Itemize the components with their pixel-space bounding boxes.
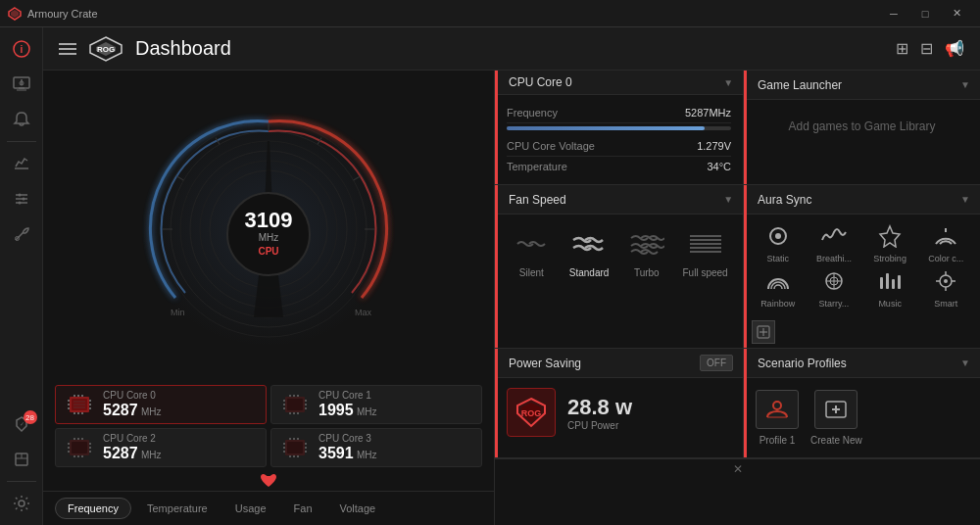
- aura-item-rainbow[interactable]: Rainbow: [752, 267, 804, 309]
- svg-rect-67: [305, 407, 307, 409]
- frequency-bar-fill: [507, 126, 705, 130]
- aura-smart-label: Smart: [934, 299, 957, 309]
- svg-rect-87: [81, 455, 83, 457]
- svg-rect-99: [289, 455, 291, 457]
- svg-text:✓: ✓: [19, 421, 24, 427]
- fan-turbo-icon: [629, 230, 664, 258]
- aura-item-smart[interactable]: Smart: [920, 267, 972, 309]
- core-0-info: CPU Core 0 5287 MHz: [103, 390, 258, 419]
- svg-rect-90: [283, 443, 285, 445]
- hamburger-menu[interactable]: [59, 43, 76, 55]
- aura-strobing-icon: [872, 222, 907, 250]
- aura-extra-icon: [752, 320, 775, 344]
- aura-static-icon: [760, 222, 796, 250]
- profile-item-1[interactable]: Profile 1: [756, 390, 799, 446]
- tab-frequency[interactable]: Frequency: [55, 498, 131, 519]
- core-item-2[interactable]: CPU Core 2 5287 MHz: [55, 428, 267, 467]
- svg-rect-117: [886, 273, 889, 289]
- power-info: 28.8 w CPU Power: [567, 395, 731, 431]
- svg-rect-68: [289, 395, 291, 397]
- fan-option-turbo[interactable]: Turbo: [625, 226, 668, 278]
- info-icon: i: [12, 39, 31, 59]
- svg-rect-95: [305, 451, 307, 453]
- core-2-info: CPU Core 2 5287 MHz: [103, 433, 258, 462]
- sidebar-item-device[interactable]: [2, 67, 41, 102]
- notifications-button[interactable]: 📢: [945, 39, 964, 58]
- sidebar-item-settings-bottom[interactable]: [2, 486, 41, 521]
- tab-fan[interactable]: Fan: [282, 499, 324, 518]
- widget-row-3: Power Saving OFF ROG: [495, 349, 980, 458]
- profile-1-label: Profile 1: [760, 435, 796, 446]
- core-1-info: CPU Core 1 1995 MHz: [318, 390, 473, 419]
- sidebar-item-badge[interactable]: ✓ 28: [2, 406, 41, 442]
- aura-grid: Static Breathi...: [744, 215, 980, 316]
- svg-rect-62: [283, 400, 285, 402]
- aura-extra: [744, 316, 980, 348]
- fan-icon-turbo: [625, 226, 668, 262]
- close-panel-icon: ✕: [733, 462, 743, 476]
- sidebar-item-package[interactable]: [2, 442, 41, 477]
- core-item-0[interactable]: CPU Core 0 5287 MHz: [55, 385, 267, 424]
- fan-option-standard[interactable]: Standard: [567, 226, 611, 278]
- profile-item-create[interactable]: Create New: [810, 390, 862, 446]
- maximize-button[interactable]: □: [909, 0, 941, 27]
- sidebar-item-info[interactable]: i: [2, 31, 41, 67]
- minimize-button[interactable]: ─: [878, 0, 909, 27]
- svg-rect-102: [287, 442, 303, 453]
- list-view-button[interactable]: ⊞: [896, 39, 908, 58]
- power-saving-header: Power Saving OFF: [495, 349, 743, 378]
- sidebar-item-performance[interactable]: [2, 146, 41, 181]
- svg-rect-48: [89, 400, 91, 402]
- core-2-name: CPU Core 2: [103, 433, 258, 444]
- power-saving-toggle[interactable]: OFF: [700, 355, 733, 371]
- tab-temperature[interactable]: Temperature: [135, 499, 220, 518]
- titlebar: Armoury Crate ─ □ ✕: [0, 0, 980, 27]
- aura-item-strobing[interactable]: Strobing: [864, 222, 916, 263]
- svg-text:ROG: ROG: [521, 408, 542, 418]
- fan-standard-icon: [571, 230, 607, 258]
- svg-rect-91: [283, 447, 285, 449]
- svg-rect-79: [89, 443, 91, 445]
- tab-usage[interactable]: Usage: [223, 499, 278, 518]
- power-accent: [495, 349, 498, 457]
- sidebar-item-tools[interactable]: [2, 181, 41, 216]
- core-1-value: 1995 MHz: [318, 402, 473, 419]
- aura-extra-item[interactable]: [752, 320, 775, 344]
- bottom-close-bar[interactable]: ✕: [495, 458, 980, 478]
- core-item-3[interactable]: CPU Core 3 3591 MHz: [270, 428, 482, 467]
- svg-point-15: [18, 202, 21, 205]
- aura-item-music[interactable]: Music: [864, 267, 916, 309]
- tab-voltage[interactable]: Voltage: [328, 499, 388, 518]
- fan-label-silent: Silent: [519, 267, 544, 278]
- sidebar-item-wrench[interactable]: [2, 216, 41, 252]
- core-1-name: CPU Core 1: [318, 390, 473, 401]
- aura-music-label: Music: [878, 299, 902, 309]
- svg-rect-94: [305, 447, 307, 449]
- power-value: 28.8 w: [567, 395, 731, 420]
- svg-rect-81: [89, 451, 91, 453]
- aura-sync-widget: Aura Sync ▼ Static: [744, 185, 980, 348]
- aura-item-starry[interactable]: Starry...: [808, 267, 859, 309]
- fan-option-fullspeed[interactable]: Full speed: [683, 226, 728, 278]
- svg-rect-66: [305, 404, 307, 406]
- package-icon: [13, 451, 30, 468]
- aura-item-static[interactable]: Static: [752, 222, 804, 263]
- close-button[interactable]: ✕: [941, 0, 972, 27]
- aura-strobing-label: Strobing: [873, 254, 906, 263]
- game-launcher-accent: [744, 71, 747, 184]
- main-area: 3109 MHz CPU Min Max: [43, 71, 980, 525]
- fan-speed-widget: Fan Speed ▼: [495, 185, 744, 348]
- svg-rect-50: [89, 407, 91, 409]
- fan-icon-silent: [510, 226, 553, 262]
- profile-1-icon: [756, 390, 799, 429]
- aura-item-color[interactable]: Color c...: [920, 222, 972, 263]
- fan-option-silent[interactable]: Silent: [510, 226, 553, 278]
- grid-view-button[interactable]: ⊟: [920, 39, 933, 58]
- core-item-1[interactable]: CPU Core 1 1995 MHz: [270, 385, 482, 424]
- sidebar-item-notifications[interactable]: [2, 102, 41, 137]
- cpu-chip-icon-2: [66, 437, 93, 458]
- cpu-core-dropdown[interactable]: CPU Core 0 ▼: [495, 71, 743, 95]
- widget-row-2: Fan Speed ▼: [495, 185, 980, 349]
- sidebar-divider-2: [7, 481, 36, 482]
- aura-item-breathing[interactable]: Breathi...: [808, 222, 859, 263]
